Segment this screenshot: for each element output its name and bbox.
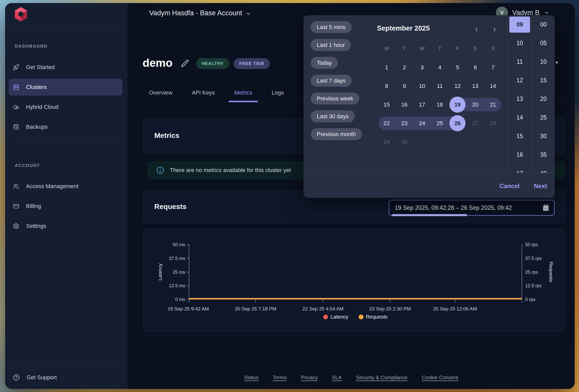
tab-overview[interactable]: Overview	[149, 83, 172, 103]
sidebar-item-get-started[interactable]: Get Started	[9, 57, 122, 77]
date-range-input[interactable]: 19 Sep 2025, 09:42:28 – 26 Sep 2025, 09:…	[389, 200, 555, 216]
minute-option-05[interactable]: 05	[532, 34, 555, 53]
calendar-day-26[interactable]: 26	[449, 114, 467, 133]
tab-metrics[interactable]: Metrics	[234, 83, 252, 103]
calendar-day-21[interactable]: 21	[484, 95, 502, 114]
calendar-day-13[interactable]: 13	[467, 77, 484, 95]
quick-range-today[interactable]: Today	[311, 57, 338, 69]
calendar-day-9[interactable]: 9	[396, 77, 413, 95]
backups-icon	[13, 124, 19, 130]
legend-item-latency[interactable]: Latency	[323, 314, 348, 320]
tick-mark	[455, 299, 455, 303]
calendar-day-29[interactable]: 29	[378, 133, 396, 151]
calendar-weekdays: MTWTFSS	[378, 40, 502, 57]
calendar-empty-cell	[449, 133, 467, 151]
calendar-day-5[interactable]: 5	[449, 58, 467, 77]
calendar-day-23[interactable]: 23	[396, 114, 413, 133]
calendar-day-19[interactable]: 19	[449, 95, 467, 114]
y-axis-right-title: Requests	[548, 262, 554, 282]
next-button[interactable]: Next	[534, 180, 547, 192]
footer-link-security-compliance[interactable]: Security & Compliance	[356, 375, 407, 381]
quick-range-last-30-days[interactable]: Last 30 days	[311, 110, 355, 122]
footer-link-privacy[interactable]: Privacy	[301, 375, 318, 381]
calendar-day-10[interactable]: 10	[413, 77, 431, 95]
hour-option-15[interactable]: 15	[508, 127, 532, 146]
weekday-label: S	[484, 40, 502, 57]
footer-link-status[interactable]: Status	[244, 375, 259, 381]
minute-option-20[interactable]: 20	[532, 90, 555, 108]
chevron-left-icon[interactable]	[471, 25, 482, 34]
calendar-icon[interactable]	[542, 204, 550, 212]
account-switcher[interactable]: Vadym Hasdfa - Base Account	[149, 9, 251, 17]
minute-option-15[interactable]: 15	[532, 71, 555, 90]
sidebar-section-account: ACCOUNT	[15, 163, 40, 168]
minute-option-40[interactable]: 40	[532, 164, 555, 173]
sidebar-item-clusters[interactable]: Clusters	[9, 79, 122, 96]
tab-api-keys[interactable]: API Keys	[192, 83, 215, 103]
more-actions-icon[interactable]	[556, 61, 558, 63]
calendar-day-28[interactable]: 28	[484, 114, 502, 133]
quick-range-previous-week[interactable]: Previous week	[311, 93, 359, 104]
get-support-button[interactable]: Get Support	[13, 374, 57, 381]
calendar-day-1[interactable]: 1	[378, 58, 396, 77]
hour-option-10[interactable]: 10	[508, 34, 532, 53]
chevron-right-icon[interactable]	[489, 25, 500, 34]
calendar-day-30[interactable]: 30	[396, 133, 413, 151]
sidebar-item-settings[interactable]: Settings	[9, 216, 122, 236]
calendar-day-27[interactable]: 27	[467, 114, 484, 133]
sidebar-item-billing[interactable]: Billing	[9, 196, 122, 216]
calendar-day-6[interactable]: 6	[467, 58, 484, 77]
y-right-tick: 0 rps	[525, 297, 547, 302]
legend-item-requests[interactable]: Requests	[359, 314, 388, 320]
calendar-day-22[interactable]: 22	[378, 114, 396, 133]
minute-option-10[interactable]: 10	[532, 53, 555, 71]
calendar-empty-cell	[413, 133, 431, 151]
calendar-day-18[interactable]: 18	[431, 95, 449, 114]
hour-option-09[interactable]: 09	[508, 15, 532, 34]
minute-option-30[interactable]: 30	[532, 127, 555, 146]
calendar-day-3[interactable]: 3	[413, 58, 431, 77]
footer-link-cookie-consent[interactable]: Cookie Consent	[422, 375, 458, 381]
tick-mark	[187, 258, 189, 259]
sidebar-item-label: Backups	[26, 124, 47, 130]
calendar-day-2[interactable]: 2	[396, 58, 413, 77]
calendar-day-16[interactable]: 16	[396, 95, 413, 114]
weekday-label: F	[449, 40, 467, 57]
calendar-day-24[interactable]: 24	[413, 114, 431, 133]
edit-pencil-icon[interactable]	[181, 59, 189, 68]
cancel-button[interactable]: Cancel	[499, 180, 520, 192]
calendar-day-8[interactable]: 8	[378, 77, 396, 95]
hour-option-17[interactable]: 17	[508, 164, 532, 173]
sidebar-item-access-management[interactable]: Access Management	[9, 176, 122, 196]
minute-option-00[interactable]: 00	[532, 15, 555, 34]
sidebar-item-hybrid-cloud[interactable]: Hybrid Cloud	[9, 97, 122, 117]
tab-logs[interactable]: Logs	[272, 83, 284, 103]
hour-option-16[interactable]: 16	[508, 146, 532, 164]
y-right-tick: 50 rps	[525, 242, 547, 247]
quick-range-last-7-days[interactable]: Last 7 days	[311, 75, 352, 87]
footer-link-terms[interactable]: Terms	[273, 375, 287, 381]
calendar-day-15[interactable]: 15	[378, 95, 396, 114]
quick-range-last-1-hour[interactable]: Last 1 hour	[311, 39, 351, 51]
calendar-day-12[interactable]: 12	[449, 77, 467, 95]
calendar-day-20[interactable]: 20	[467, 95, 484, 114]
hour-option-11[interactable]: 11	[508, 53, 532, 71]
hour-option-12[interactable]: 12	[508, 71, 532, 90]
account-switcher-label: Vadym Hasdfa - Base Account	[149, 9, 242, 17]
calendar-day-14[interactable]: 14	[484, 77, 502, 95]
calendar-day-17[interactable]: 17	[413, 95, 431, 114]
minute-option-35[interactable]: 35	[532, 146, 555, 164]
footer-link-sla[interactable]: SLA	[332, 375, 342, 381]
hour-option-13[interactable]: 13	[508, 90, 532, 108]
calendar-day-25[interactable]: 25	[431, 114, 449, 133]
calendar-day-4[interactable]: 4	[431, 58, 449, 77]
sidebar-item-backups[interactable]: Backups	[9, 117, 122, 137]
quick-range-last-5-mins[interactable]: Last 5 mins	[311, 21, 352, 33]
calendar-day-11[interactable]: 11	[431, 77, 449, 95]
minute-option-25[interactable]: 25	[532, 108, 555, 127]
calendar-day-7[interactable]: 7	[484, 58, 502, 77]
requests-series-line	[189, 298, 522, 299]
qdrant-logo-icon[interactable]	[14, 7, 28, 23]
hour-option-14[interactable]: 14	[508, 108, 532, 127]
quick-range-previous-month[interactable]: Previous month	[311, 128, 362, 140]
